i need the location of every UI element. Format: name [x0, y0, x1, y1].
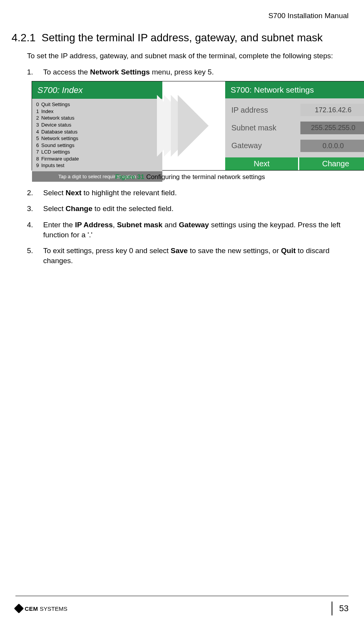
- subnet-mask-row: Subnet mask 255.255.255.0: [231, 122, 364, 134]
- page-footer: CEM SYSTEMS 53: [15, 596, 349, 615]
- menu-item-1[interactable]: 1Index: [35, 108, 159, 115]
- menu-item-3[interactable]: 3Device status: [35, 122, 159, 128]
- network-settings-screen: S700: Network settings IP address 172.16…: [224, 81, 364, 170]
- ip-address-row: IP address 172.16.42.6: [231, 104, 364, 116]
- menu-item-2[interactable]: 2Network status: [35, 115, 159, 122]
- menu-item-0[interactable]: 0Quit Settings: [35, 101, 159, 108]
- step-2: Select Next to highlight the relevant fi…: [27, 188, 349, 198]
- index-screen-title: S700: Index: [32, 81, 162, 99]
- network-settings-title: S700: Network settings: [225, 81, 364, 98]
- step-3: Select Change to edit the selected field…: [27, 204, 349, 214]
- subnet-mask-value[interactable]: 255.255.255.0: [300, 122, 364, 134]
- ip-address-label: IP address: [231, 105, 300, 115]
- figure-31: S700: Index 0Quit Settings 1Index 2Netwo…: [32, 81, 349, 182]
- menu-item-9[interactable]: 9Inputs test: [35, 162, 159, 169]
- gateway-label: Gateway: [231, 140, 300, 151]
- step-1: To access the Network Settings menu, pre…: [27, 67, 349, 182]
- menu-item-5[interactable]: 5Network settings: [35, 135, 159, 142]
- menu-item-8[interactable]: 8Firmware update: [35, 155, 159, 162]
- step-5: To exit settings, press key 0 and select…: [27, 246, 349, 265]
- intro-paragraph: To set the IP address, gateway, and subn…: [27, 52, 349, 60]
- section-heading: 4.2.1 Setting the terminal IP address, g…: [12, 32, 349, 44]
- gateway-row: Gateway 0.0.0.0: [231, 140, 364, 152]
- menu-item-4[interactable]: 4Database status: [35, 128, 159, 135]
- step-4: Enter the IP Address, Subnet mask and Ga…: [27, 220, 349, 240]
- running-header: S700 Installation Manual: [15, 12, 349, 20]
- gateway-value[interactable]: 0.0.0.0: [300, 140, 364, 152]
- index-menu: 0Quit Settings 1Index 2Network status 3D…: [32, 99, 162, 171]
- section-number: 4.2.1: [12, 32, 35, 44]
- arrow-icon: [162, 81, 224, 170]
- ip-address-value[interactable]: 172.16.42.6: [300, 104, 364, 116]
- section-title: Setting the terminal IP address, gateway…: [42, 32, 323, 44]
- menu-item-6[interactable]: 6Sound settings: [35, 142, 159, 149]
- page-number: 53: [332, 602, 349, 615]
- cem-logo: CEM SYSTEMS: [15, 605, 67, 612]
- index-screen: S700: Index 0Quit Settings 1Index 2Netwo…: [32, 81, 162, 170]
- next-button[interactable]: Next: [225, 157, 298, 170]
- menu-item-7[interactable]: 7LCD settings: [35, 149, 159, 155]
- diamond-icon: [14, 603, 24, 613]
- subnet-mask-label: Subnet mask: [231, 123, 300, 133]
- change-button[interactable]: Change: [298, 157, 364, 170]
